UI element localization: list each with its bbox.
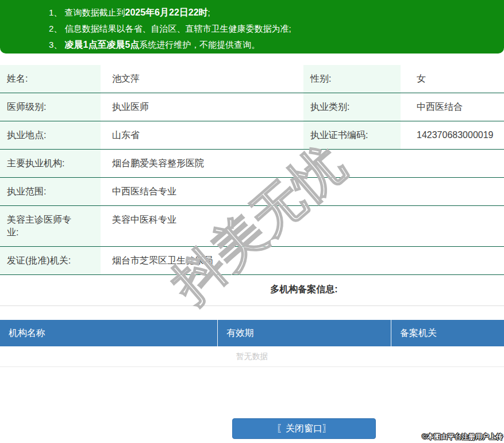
- info-label: 美容主诊医师专业:: [0, 206, 101, 246]
- info-value: 中西医结合专业: [101, 178, 504, 205]
- info-label: 执业地点:: [0, 121, 101, 149]
- info-label: 姓名:: [0, 65, 101, 93]
- info-label: 性别:: [303, 65, 401, 93]
- info-value: 池文萍: [101, 65, 303, 93]
- info-value: 烟台鹏爱美容整形医院: [101, 150, 504, 177]
- notice-banner: 1、 查询数据截止到2025年6月22日22时;2、 信息数据结果以各省、自治区…: [0, 0, 504, 54]
- section-divider: [0, 305, 504, 306]
- info-row: 发证(批准)机关:烟台市芝罘区卫生健康局: [0, 247, 504, 275]
- info-value: 烟台市芝罘区卫生健康局: [101, 247, 504, 274]
- info-row: 执业范围:中西医结合专业: [0, 178, 504, 206]
- info-row: 姓名:池文萍性别:女: [0, 65, 504, 93]
- registry-table: 机构名称有效期备案机关 暂无数据: [0, 320, 504, 367]
- empty-data-text: 暂无数据: [236, 352, 268, 361]
- info-label: 执业证书编码:: [303, 121, 401, 149]
- notice-line-1: 1、 查询数据截止到2025年6月22日22时;: [49, 5, 498, 21]
- info-value: 中西医结合: [401, 93, 504, 121]
- practitioner-info-table: 姓名:池文萍性别:女医师级别:执业医师执业类别:中西医结合执业地点:山东省执业证…: [0, 65, 504, 275]
- info-value: 美容中医科专业: [101, 206, 504, 246]
- notice-line-3: 3、 凌晨1点至凌晨5点系统进行维护，不能提供查询。: [49, 37, 498, 53]
- notice-line-2: 2、 信息数据结果以各省、自治区、直辖市卫生健康委数据为准;: [49, 21, 498, 37]
- registry-col-header: 备案机关: [391, 320, 504, 346]
- info-value: 山东省: [101, 121, 303, 149]
- info-value: 142370683000019: [401, 121, 504, 149]
- info-value: 执业医师: [101, 93, 303, 121]
- info-row: 主要执业机构:烟台鹏爱美容整形医院: [0, 150, 504, 178]
- registry-empty-row: 暂无数据: [0, 346, 504, 367]
- info-value: 女: [401, 65, 504, 93]
- info-label: 执业范围:: [0, 178, 101, 205]
- info-label: 医师级别:: [0, 93, 101, 121]
- info-label: 执业类别:: [303, 93, 401, 121]
- close-window-button[interactable]: 〖关闭窗口〗: [232, 418, 376, 439]
- info-row: 执业地点:山东省执业证书编码:142370683000019: [0, 121, 504, 150]
- info-label: 主要执业机构:: [0, 150, 101, 177]
- info-row: 美容主诊医师专业:美容中医科专业: [0, 206, 504, 247]
- registry-table-header: 机构名称有效期备案机关: [0, 320, 504, 346]
- info-row: 医师级别:执业医师执业类别:中西医结合: [0, 93, 504, 121]
- uploader-copyright-text: ©本图由平台注册用户上传: [422, 432, 503, 442]
- registry-col-header: 有效期: [217, 320, 391, 346]
- multi-institution-section-title: 多机构备案信息:: [104, 283, 504, 296]
- info-label: 发证(批准)机关:: [0, 247, 101, 274]
- registry-col-header: 机构名称: [0, 320, 217, 346]
